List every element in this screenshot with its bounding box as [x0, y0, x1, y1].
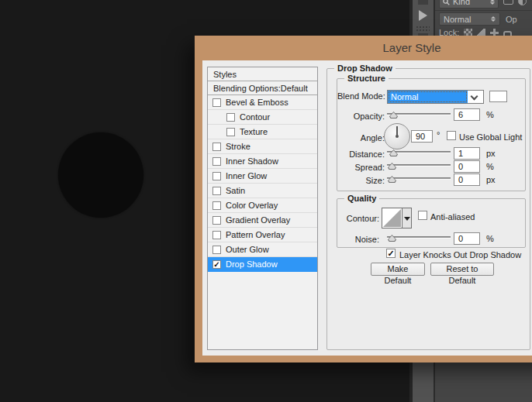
style-item-label: Contour [240, 112, 270, 122]
style-checkbox[interactable] [212, 246, 221, 254]
dialog-body: Styles Blending Options:Default Bevel & … [202, 60, 532, 356]
style-checkbox[interactable] [226, 113, 235, 122]
size-slider[interactable] [387, 175, 451, 183]
use-global-light-checkbox[interactable] [447, 131, 456, 140]
style-item-label: Gradient Overlay [226, 215, 290, 225]
panel-separator [435, 10, 532, 11]
style-item-stroke[interactable]: Stroke [208, 139, 317, 154]
kind-dropdown-label: Kind [453, 0, 470, 6]
contour-label: Contour: [337, 214, 379, 223]
style-item-gradient-overlay[interactable]: Gradient Overlay [208, 213, 317, 228]
expand-panel-arrow-icon[interactable] [419, 10, 427, 21]
style-item-inner-shadow[interactable]: Inner Shadow [208, 154, 317, 169]
styles-list-items: Bevel & EmbossContourTextureStrokeInner … [208, 95, 317, 272]
grip-dots [416, 29, 430, 31]
style-item-label: Texture [240, 127, 268, 136]
style-checkbox[interactable] [212, 216, 221, 225]
layer-knocks-out-label: Layer Knocks Out Drop Shadow [399, 250, 521, 259]
dropdown-arrows-icon [491, 16, 496, 22]
style-item-label: Color Overlay [226, 201, 278, 210]
panel-icon-partial [418, 0, 428, 5]
section-title: Drop Shadow [334, 64, 396, 73]
blending-options-item[interactable]: Blending Options:Default [208, 81, 317, 95]
style-checkbox[interactable] [212, 157, 221, 166]
style-checkbox[interactable] [212, 143, 221, 151]
layer-blend-mode-dropdown[interactable]: Normal [439, 12, 500, 26]
style-checkbox[interactable] [212, 231, 221, 239]
opacity-label: Opacity: [337, 112, 385, 121]
spread-slider[interactable] [387, 162, 451, 170]
spread-label: Spread: [337, 163, 385, 172]
adjustment-filter-icon[interactable] [518, 0, 527, 5]
linear-contour-icon [383, 209, 401, 227]
layer-knocks-out-checkbox[interactable]: ✓ [386, 249, 396, 258]
search-icon [443, 0, 450, 5]
angle-label: Angle: [337, 133, 385, 143]
noise-value[interactable]: 0 [454, 232, 480, 245]
size-unit: px [486, 175, 496, 184]
layer-filter-kind-dropdown[interactable]: Kind [439, 0, 499, 9]
style-item-label: Bevel & Emboss [226, 98, 288, 107]
style-item-texture[interactable]: Texture [208, 125, 317, 139]
canvas-circle-layer [58, 132, 143, 218]
anti-aliased-checkbox[interactable] [418, 211, 427, 220]
quality-group: Quality Contour: Anti-aliased Noise: 0 % [337, 198, 526, 248]
style-item-outer-glow[interactable]: Outer Glow [208, 242, 317, 257]
blend-mode-label: Blend Mode: [337, 91, 385, 101]
angle-value[interactable]: 90 [411, 130, 433, 143]
layer-style-dialog: Layer Style Styles Blending Options:Defa… [195, 36, 532, 362]
chevron-down-icon[interactable] [468, 91, 483, 103]
spread-unit: % [486, 162, 494, 171]
quality-legend: Quality [344, 194, 379, 203]
contour-picker[interactable] [382, 208, 402, 228]
contour-dropdown-arrow[interactable] [402, 208, 412, 228]
style-checkbox[interactable] [212, 172, 221, 180]
reset-to-default-button[interactable]: Reset to Default [430, 263, 494, 276]
opacity-slider[interactable] [387, 111, 451, 119]
noise-label: Noise: [337, 235, 379, 244]
structure-group: Structure Blend Mode: Normal Opacity: 6 … [337, 78, 526, 191]
spread-value[interactable]: 0 [454, 160, 480, 173]
size-value[interactable]: 0 [454, 174, 480, 186]
style-checkbox[interactable] [212, 201, 221, 210]
style-checkbox[interactable] [212, 187, 221, 195]
angle-unit: ° [437, 130, 440, 139]
noise-slider[interactable] [387, 234, 451, 242]
blend-mode-select[interactable]: Normal [387, 90, 484, 104]
size-label: Size: [337, 176, 385, 185]
style-item-drop-shadow[interactable]: ✓Drop Shadow [208, 257, 317, 272]
styles-header[interactable]: Styles [208, 67, 317, 81]
distance-unit: px [486, 149, 496, 158]
style-item-contour[interactable]: Contour [208, 110, 317, 125]
style-item-inner-glow[interactable]: Inner Glow [208, 169, 317, 184]
distance-slider[interactable] [387, 149, 451, 156]
image-filter-icon[interactable] [503, 0, 513, 5]
structure-legend: Structure [344, 74, 389, 83]
dropdown-arrows-icon [490, 0, 495, 5]
style-checkbox[interactable] [226, 128, 235, 136]
drop-shadow-section: Drop Shadow Structure Blend Mode: Normal… [326, 68, 530, 350]
style-item-bevel-emboss[interactable]: Bevel & Emboss [208, 95, 317, 110]
styles-list: Styles Blending Options:Default Bevel & … [207, 67, 318, 350]
style-item-label: Pattern Overlay [226, 230, 285, 239]
style-item-label: Outer Glow [226, 245, 269, 254]
style-item-color-overlay[interactable]: Color Overlay [208, 198, 317, 213]
blend-mode-selected-value: Normal [388, 91, 468, 103]
grip-dots [416, 26, 430, 28]
shadow-color-swatch[interactable] [489, 91, 507, 102]
dialog-title: Layer Style [195, 36, 532, 60]
style-item-label: Drop Shadow [226, 259, 278, 269]
style-item-satin[interactable]: Satin [208, 184, 317, 198]
blend-mode-value: Normal [444, 15, 471, 24]
opacity-unit: % [486, 110, 494, 119]
opacity-value[interactable]: 6 [454, 108, 480, 121]
style-checkbox[interactable]: ✓ [212, 260, 221, 269]
style-item-label: Inner Shadow [226, 156, 278, 166]
angle-dial[interactable] [384, 123, 410, 149]
style-item-pattern-overlay[interactable]: Pattern Overlay [208, 228, 317, 242]
make-default-button[interactable]: Make Default [371, 263, 425, 276]
style-checkbox[interactable] [212, 98, 221, 107]
anti-aliased-label: Anti-aliased [430, 212, 475, 222]
distance-value[interactable]: 1 [454, 147, 480, 160]
distance-label: Distance: [337, 149, 385, 159]
